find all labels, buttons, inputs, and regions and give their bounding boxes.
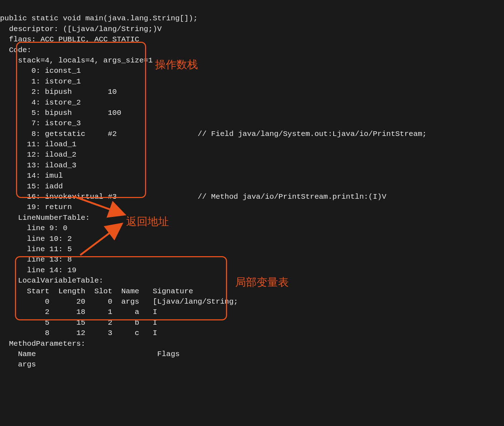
- instruction-line: 13: iload_3: [0, 161, 76, 169]
- instruction-line: 4: istore_2: [0, 98, 81, 107]
- lvt-header: Start Length Slot Name Signature: [0, 287, 193, 295]
- line-number-row: line 9: 0: [0, 224, 67, 232]
- descriptor-line: descriptor: ([Ljava/lang/String;)V: [0, 25, 162, 33]
- lvt-row: 0 20 0 args [Ljava/lang/String;: [0, 298, 238, 306]
- local-variable-table-annotation: 局部变量表: [235, 275, 289, 290]
- line-number-table-label: LineNumberTable:: [0, 214, 90, 222]
- mp-header: Name Flags: [0, 350, 180, 358]
- stack-line: stack=4, locals=4, args_size=1: [0, 56, 153, 65]
- operand-stack-annotation: 操作数栈: [155, 57, 198, 72]
- flags-line: flags: ACC_PUBLIC, ACC_STATIC: [0, 35, 139, 44]
- lvt-row: 5 15 2 b I: [0, 319, 157, 327]
- instruction-line: 16: invokevirtual #3 // Method java/io/P…: [0, 193, 386, 201]
- instruction-line: 2: bipush 10: [0, 88, 117, 96]
- instruction-line: 19: return: [0, 203, 72, 211]
- instruction-line: 7: istore_3: [0, 119, 81, 127]
- lvt-row: 8 12 3 c I: [0, 329, 157, 337]
- instruction-line: 8: getstatic #2 // Field java/lang/Syste…: [0, 130, 427, 138]
- method-parameters-label: MethodParameters:: [0, 340, 85, 348]
- line-number-row: line 14: 19: [0, 266, 76, 274]
- instruction-line: 5: bipush 100: [0, 109, 121, 117]
- instruction-line: 14: imul: [0, 172, 63, 180]
- instruction-line: 0: iconst_1: [0, 67, 81, 75]
- line-number-row: line 10: 2: [0, 235, 72, 243]
- line-number-row: line 13: 8: [0, 255, 72, 264]
- line-number-row: line 11: 5: [0, 245, 72, 253]
- mp-row: args: [0, 360, 36, 369]
- instruction-line: 15: iadd: [0, 182, 63, 191]
- instruction-line: 12: iload_2: [0, 151, 76, 159]
- instruction-line: 1: istore_1: [0, 77, 81, 86]
- method-signature: public static void main(java.lang.String…: [0, 14, 198, 22]
- instruction-line: 11: iload_1: [0, 140, 76, 148]
- lvt-row: 2 18 1 a I: [0, 308, 157, 316]
- bytecode-dump: public static void main(java.lang.String…: [0, 3, 504, 370]
- return-address-annotation: 返回地址: [126, 214, 169, 229]
- local-variable-table-label: LocalVariableTable:: [0, 277, 103, 285]
- code-label: Code:: [0, 46, 31, 54]
